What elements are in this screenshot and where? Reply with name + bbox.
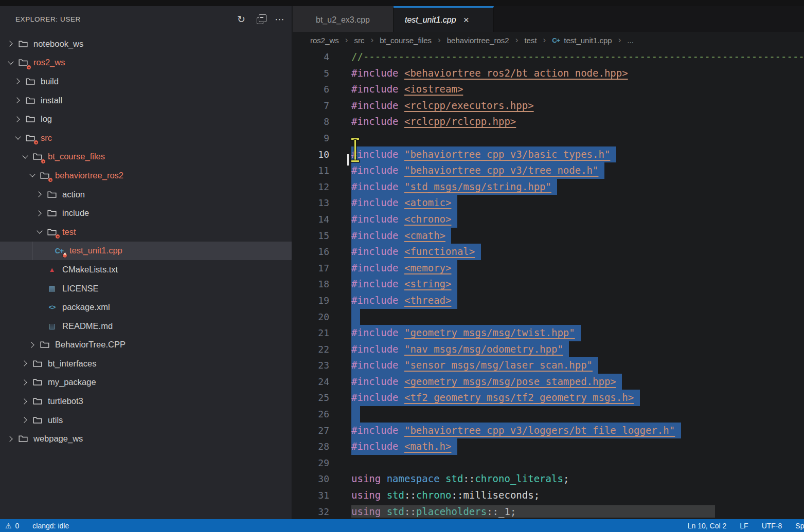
tree-item-label: bt_course_files [48,152,105,161]
code-line-17[interactable]: 17#include <memory> [293,260,804,277]
line-content: #include <behaviortree_ros2/bt_action_no… [351,65,628,82]
indentation-indicator[interactable]: Spaces [795,522,804,530]
line-number: 30 [293,471,329,487]
tree-item-my-package[interactable]: my_package [0,373,292,392]
tree-item-bt-course-files[interactable]: bt_course_files [0,148,292,167]
syntax-tokens: using std::placeholders::_1; [351,506,516,517]
code-line-25[interactable]: 25#include <tf2_geometry_msgs/tf2_geomet… [293,390,804,406]
code-line-18[interactable]: 18#include <string> [293,276,804,292]
breadcrumb-item[interactable]: bt_course_files [380,36,432,45]
encoding-indicator[interactable]: UTF-8 [762,522,782,530]
tree-item-utils[interactable]: utils [0,411,292,430]
tree-item-action[interactable]: action [0,185,292,204]
code-line-29[interactable]: 29 [293,455,804,471]
code-line-19[interactable]: 19#include <thread> [293,292,804,309]
tree-item-label: package.xml [62,302,110,312]
tab-bar: bt_u2_ex3.cpptest_unit1.cpp× [293,6,804,32]
line-content: #include <geometry_msgs/msg/pose_stamped… [351,374,616,390]
clangd-status[interactable]: clangd: idle [32,522,69,530]
code-line-7[interactable]: 7#include <rclcpp/executors.hpp> [293,98,804,114]
tree-item-ros2-ws[interactable]: ros2_ws [0,53,292,72]
code-editor[interactable]: 4//-------------------------------------… [293,49,804,519]
tree-item-src[interactable]: src [0,129,292,148]
chevron-placeholder [42,247,51,255]
breadcrumb-item[interactable]: test [524,36,537,45]
line-content: #include <atomic> [351,195,451,211]
tree-item-notebook-ws[interactable]: notebook_ws [0,34,292,53]
line-number: 15 [293,228,329,244]
tree-item-readme-md[interactable]: ▤README.md [0,317,292,336]
line-content: #include "geometry_msgs/msg/twist.hpp" [351,325,575,341]
syntax-tokens: #include "sensor_msgs/msg/laser_scan.hpp… [351,359,593,371]
open-editors-icon[interactable] [257,17,263,24]
line-number: 26 [293,406,329,423]
chevron-down-icon [28,171,37,179]
tree-item-package-xml[interactable]: <>package.xml [0,298,292,317]
code-line-14[interactable]: 14#include <chrono> [293,211,804,228]
breadcrumb-item[interactable]: ... [627,36,634,45]
refresh-icon[interactable]: ↻ [237,13,245,26]
code-line-12[interactable]: 12#include "std_msgs/msg/string.hpp" [293,179,804,195]
tree-item-build[interactable]: build [0,72,292,91]
code-line-30[interactable]: 30using namespace std::chrono_literals; [293,471,804,487]
code-line-11[interactable]: 11#include "behaviortree_cpp_v3/tree_nod… [293,162,804,179]
breadcrumb-item[interactable]: behaviortree_ros2 [447,36,509,45]
breadcrumb-item[interactable]: test_unit1.cpp [564,36,612,45]
eol-indicator[interactable]: LF [740,522,748,530]
line-number: 13 [293,195,329,211]
code-line-15[interactable]: 15#include <cmath> [293,228,804,244]
code-line-32[interactable]: 32using std::placeholders::_1; [293,504,804,519]
folder-icon [31,358,44,369]
more-actions-icon[interactable]: ⋯ [275,13,284,26]
code-line-28[interactable]: 28#include <math.h> [293,438,804,455]
tree-item-log[interactable]: log [0,109,292,129]
code-line-6[interactable]: 6#include <iostream> [293,81,804,98]
tree-item-label: LICENSE [62,284,99,293]
chevron-placeholder [35,265,44,273]
code-line-24[interactable]: 24#include <geometry_msgs/msg/pose_stamp… [293,374,804,390]
selection-highlight [351,309,360,325]
tree-item-cmakelists-txt[interactable]: ▲CMakeLists.txt [0,260,292,279]
code-line-4[interactable]: 4//-------------------------------------… [293,49,804,65]
tree-item-install[interactable]: install [0,91,292,110]
tree-item-label: webpage_ws [33,434,83,444]
code-line-9[interactable]: 9 [293,130,804,146]
close-icon[interactable]: × [463,15,469,25]
code-line-10[interactable]: 10#include "behaviortree_cpp_v3/basic_ty… [293,146,804,163]
line-content: #include <math.h> [351,438,451,455]
code-line-16[interactable]: 16#include <functional> [293,244,804,260]
code-line-31[interactable]: 31using std::chrono::milliseconds; [293,487,804,504]
tree-item-bt-interfaces[interactable]: bt_interfaces [0,354,292,373]
cursor-position[interactable]: Ln 10, Col 2 [688,522,727,530]
tree-item-turtlebot3[interactable]: turtlebot3 [0,392,292,411]
tab-bt-u2-ex3-cpp[interactable]: bt_u2_ex3.cpp [293,6,394,32]
cmake-glyph: ▲ [49,266,56,273]
tree-item-test[interactable]: test [0,223,292,242]
breadcrumb-item[interactable]: src [354,36,365,45]
code-line-8[interactable]: 8#include <rclcpp/rclcpp.hpp> [293,114,804,130]
code-line-26[interactable]: 26 [293,406,804,423]
code-line-27[interactable]: 27#include "behaviortree_cpp_v3/loggers/… [293,423,804,439]
tree-item-include[interactable]: include [0,204,292,223]
code-line-22[interactable]: 22#include "nav_msgs/msg/odometry.hpp" [293,341,804,358]
tree-item-behaviortree-ros2[interactable]: behaviortree_ros2 [0,166,292,185]
syntax-tokens: #include "nav_msgs/msg/odometry.hpp" [351,343,563,355]
status-left: ⚠ 0 clangd: idle [0,522,69,530]
tree-item-webpage-ws[interactable]: webpage_ws [0,429,292,448]
tree-item-test-unit1-cpp[interactable]: C+test_unit1.cpp [0,242,292,261]
code-line-20[interactable]: 20 [293,309,804,325]
code-line-13[interactable]: 13#include <atomic> [293,195,804,211]
syntax-tokens: #include <cmath> [351,230,445,241]
code-line-21[interactable]: 21#include "geometry_msgs/msg/twist.hpp" [293,325,804,341]
folder-icon [17,58,29,68]
tree-item-behaviortree-cpp[interactable]: BehaviorTree.CPP [0,336,292,355]
code-line-23[interactable]: 23#include "sensor_msgs/msg/laser_scan.h… [293,357,804,374]
error-badge [41,159,46,164]
tree-item-label: turtlebot3 [48,396,83,406]
tab-test-unit1-cpp[interactable]: test_unit1.cpp× [394,6,494,32]
problems-indicator[interactable]: ⚠ 0 [5,522,19,530]
breadcrumb-item[interactable]: ros2_ws [310,36,339,45]
tree-item-license[interactable]: ▤LICENSE [0,279,292,298]
chevron-right-icon [21,359,29,368]
code-line-5[interactable]: 5#include <behaviortree_ros2/bt_action_n… [293,65,804,82]
